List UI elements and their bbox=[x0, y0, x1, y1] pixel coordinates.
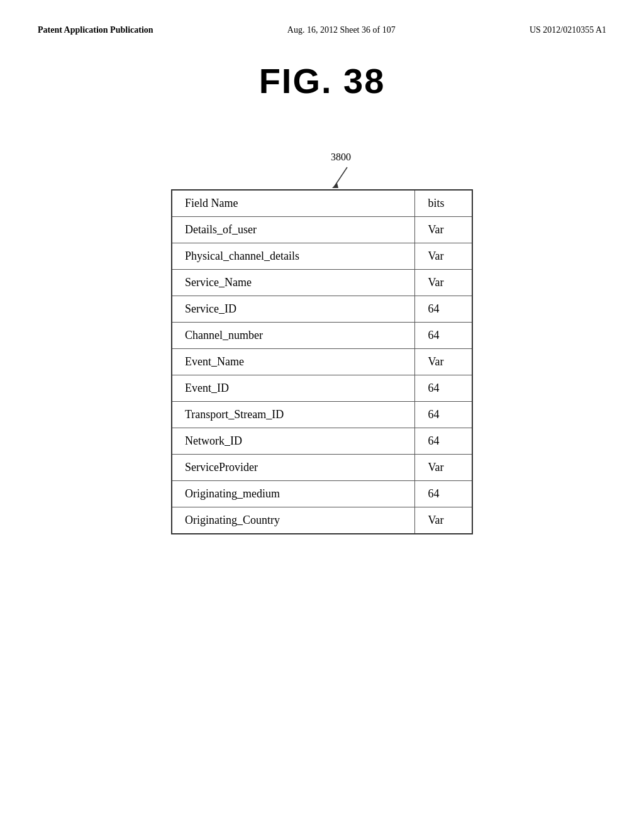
table-row: Service_Name Var bbox=[172, 270, 472, 296]
bits-cell: Var bbox=[415, 270, 472, 296]
data-table: Field Name bits Details_of_user Var Phys… bbox=[171, 189, 473, 534]
bits-cell: Var bbox=[415, 349, 472, 375]
table-row: Physical_channel_details Var bbox=[172, 243, 472, 270]
reference-arrow-icon bbox=[328, 164, 353, 189]
header-patent-number: US 2012/0210355 A1 bbox=[530, 25, 606, 35]
bits-cell: 64 bbox=[415, 481, 472, 507]
page-header: Patent Application Publication Aug. 16, … bbox=[38, 25, 606, 35]
svg-marker-1 bbox=[332, 183, 338, 188]
table-row: Originating_Country Var bbox=[172, 507, 472, 534]
svg-line-0 bbox=[335, 167, 347, 186]
col-bits-header: bits bbox=[415, 190, 472, 217]
table-row: Transport_Stream_ID 64 bbox=[172, 402, 472, 428]
field-name-cell: Service_ID bbox=[172, 296, 415, 323]
table-row: Event_Name Var bbox=[172, 349, 472, 375]
field-name-cell: Event_ID bbox=[172, 375, 415, 402]
bits-cell: Var bbox=[415, 455, 472, 481]
table-row: Network_ID 64 bbox=[172, 428, 472, 455]
bits-cell: 64 bbox=[415, 375, 472, 402]
field-name-cell: Transport_Stream_ID bbox=[172, 402, 415, 428]
table-row: Channel_number 64 bbox=[172, 323, 472, 349]
bits-cell: 64 bbox=[415, 402, 472, 428]
table-row: Details_of_user Var bbox=[172, 217, 472, 243]
field-name-cell: Physical_channel_details bbox=[172, 243, 415, 270]
reference-number: 3800 bbox=[331, 152, 351, 163]
bits-cell: Var bbox=[415, 243, 472, 270]
table-row: Event_ID 64 bbox=[172, 375, 472, 402]
field-name-cell: ServiceProvider bbox=[172, 455, 415, 481]
field-name-cell: Channel_number bbox=[172, 323, 415, 349]
data-table-wrapper: Field Name bits Details_of_user Var Phys… bbox=[171, 189, 473, 534]
bits-cell: 64 bbox=[415, 428, 472, 455]
table-row: Originating_medium 64 bbox=[172, 481, 472, 507]
header-publication-label: Patent Application Publication bbox=[38, 25, 153, 35]
page: Patent Application Publication Aug. 16, … bbox=[0, 0, 644, 830]
table-row: ServiceProvider Var bbox=[172, 455, 472, 481]
bits-cell: 64 bbox=[415, 296, 472, 323]
field-name-cell: Originating_medium bbox=[172, 481, 415, 507]
arrow-container bbox=[328, 164, 353, 189]
field-name-cell: Event_Name bbox=[172, 349, 415, 375]
diagram-container: 3800 Field Name bits Details_of_user Var… bbox=[38, 152, 606, 534]
header-date-sheet: Aug. 16, 2012 Sheet 36 of 107 bbox=[287, 25, 396, 35]
field-name-cell: Network_ID bbox=[172, 428, 415, 455]
field-name-cell: Service_Name bbox=[172, 270, 415, 296]
col-field-name-header: Field Name bbox=[172, 190, 415, 217]
bits-cell: Var bbox=[415, 217, 472, 243]
bits-cell: Var bbox=[415, 507, 472, 534]
figure-title: FIG. 38 bbox=[38, 60, 606, 101]
table-row: Service_ID 64 bbox=[172, 296, 472, 323]
bits-cell: 64 bbox=[415, 323, 472, 349]
field-name-cell: Details_of_user bbox=[172, 217, 415, 243]
table-header-row: Field Name bits bbox=[172, 190, 472, 217]
field-name-cell: Originating_Country bbox=[172, 507, 415, 534]
